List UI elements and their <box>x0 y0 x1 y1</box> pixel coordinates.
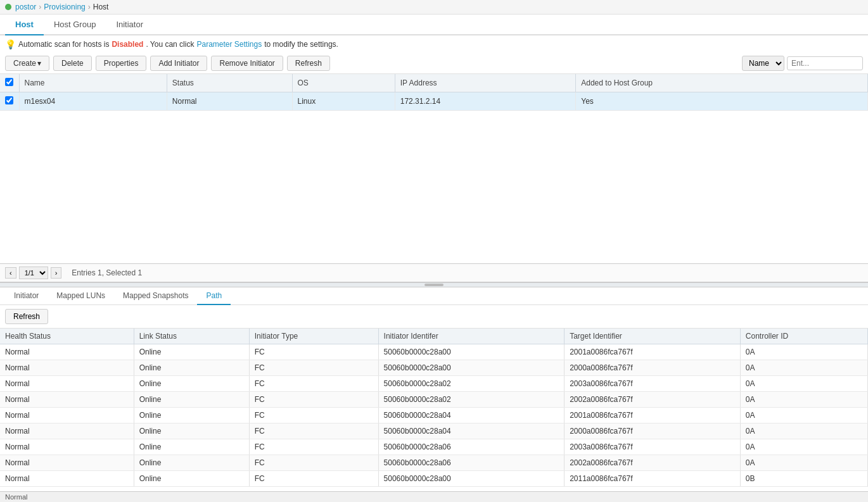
path-health: Normal <box>0 360 134 376</box>
path-health: Normal <box>0 424 134 439</box>
tab-mapped-luns[interactable]: Mapped LUNs <box>48 287 114 305</box>
path-header-health: Health Status <box>0 329 134 344</box>
status-dot <box>5 4 11 10</box>
select-all-checkbox[interactable] <box>5 78 13 86</box>
path-health: Normal <box>0 439 134 455</box>
splitter[interactable] <box>0 282 868 287</box>
header-status: Status <box>167 74 292 92</box>
path-health: Normal <box>0 471 134 487</box>
path-target-id: 2003a0086fca767f <box>565 439 741 455</box>
path-target-id: 2001a0086fca767f <box>565 408 741 424</box>
path-health: Normal <box>0 455 134 471</box>
path-link: Online <box>134 344 249 360</box>
table-row[interactable]: m1esx04 Normal Linux 172.31.2.14 Yes <box>0 92 868 111</box>
parameter-settings-link[interactable]: Parameter Settings <box>196 40 262 49</box>
bottom-tab-bar: Initiator Mapped LUNs Mapped Snapshots P… <box>0 287 868 305</box>
refresh-button[interactable]: Refresh <box>287 56 330 71</box>
tab-path[interactable]: Path <box>197 287 231 305</box>
path-type: FC <box>249 392 378 408</box>
path-initiator-id: 50060b0000c28a00 <box>378 344 565 360</box>
path-table-row: Normal Online FC 50060b0000c28a02 2003a0… <box>0 376 868 392</box>
path-type: FC <box>249 376 378 392</box>
path-type: FC <box>249 408 378 424</box>
path-type: FC <box>249 360 378 376</box>
search-field-select[interactable]: Name <box>742 56 784 71</box>
tab-host[interactable]: Host <box>5 15 44 35</box>
properties-button[interactable]: Properties <box>96 56 147 71</box>
path-controller: 0A <box>740 344 867 360</box>
path-target-id: 2011a0086fca767f <box>565 471 741 487</box>
path-table-area: Health Status Link Status Initiator Type… <box>0 329 868 487</box>
path-header-type: Initiator Type <box>249 329 378 344</box>
breadcrumb-app[interactable]: postor <box>15 3 36 11</box>
path-type: FC <box>249 471 378 487</box>
path-controller: 0A <box>740 360 867 376</box>
path-header-target-id: Target Identifier <box>565 329 741 344</box>
path-health: Normal <box>0 344 134 360</box>
path-link: Online <box>134 455 249 471</box>
path-type: FC <box>249 455 378 471</box>
path-table-row: Normal Online FC 50060b0000c28a00 2001a0… <box>0 344 868 360</box>
tab-initiator-bottom[interactable]: Initiator <box>5 287 48 305</box>
path-initiator-id: 50060b0000c28a04 <box>378 424 565 439</box>
row-status: Normal <box>167 92 292 111</box>
tab-initiator[interactable]: Initiator <box>106 15 153 35</box>
breadcrumb-provisioning[interactable]: Provisioning <box>44 3 85 11</box>
remove-initiator-button[interactable]: Remove Initiator <box>211 56 283 71</box>
path-initiator-id: 50060b0000c28a02 <box>378 376 565 392</box>
tab-mapped-snapshots[interactable]: Mapped Snapshots <box>114 287 197 305</box>
prev-page-button[interactable]: ‹ <box>5 267 16 279</box>
breadcrumb: postor › Provisioning › Host <box>0 0 868 15</box>
path-initiator-id: 50060b0000c28a04 <box>378 408 565 424</box>
path-initiator-id: 50060b0000c28a06 <box>378 439 565 455</box>
breadcrumb-current: Host <box>93 3 109 11</box>
tab-host-group[interactable]: Host Group <box>44 15 106 35</box>
entries-info: Entries 1, Selected 1 <box>72 268 142 277</box>
bottom-refresh-button[interactable]: Refresh <box>5 309 48 324</box>
bottom-toolbar: Refresh <box>0 305 868 329</box>
row-os: Linux <box>292 92 395 111</box>
path-target-id: 2000a0086fca767f <box>565 424 741 439</box>
path-health: Normal <box>0 376 134 392</box>
path-health: Normal <box>0 392 134 408</box>
next-page-button[interactable]: › <box>51 267 62 279</box>
row-checkbox-cell <box>0 92 19 111</box>
path-link: Online <box>134 424 249 439</box>
path-table-row: Normal Online FC 50060b0000c28a02 2002a0… <box>0 392 868 408</box>
delete-button[interactable]: Delete <box>53 56 92 71</box>
row-added: Yes <box>576 92 868 111</box>
bulb-icon: 💡 <box>5 39 16 49</box>
splitter-handle <box>424 284 444 286</box>
path-initiator-id: 50060b0000c28a06 <box>378 455 565 471</box>
path-type: FC <box>249 344 378 360</box>
create-button[interactable]: Create ▾ <box>5 56 49 71</box>
path-link: Online <box>134 408 249 424</box>
notice-text-before: Automatic scan for hosts is <box>18 40 109 49</box>
path-target-id: 2001a0086fca767f <box>565 344 741 360</box>
search-input[interactable] <box>787 56 863 70</box>
path-table-row: Normal Online FC 50060b0000c28a04 2000a0… <box>0 424 868 439</box>
path-controller: 0A <box>740 455 867 471</box>
row-name: m1esx04 <box>19 92 167 111</box>
path-initiator-id: 50060b0000c28a00 <box>378 471 565 487</box>
path-table-row: Normal Online FC 50060b0000c28a00 2011a0… <box>0 471 868 487</box>
notice-status: Disabled <box>112 40 143 49</box>
path-table-row: Normal Online FC 50060b0000c28a06 2003a0… <box>0 439 868 455</box>
path-header-link: Link Status <box>134 329 249 344</box>
path-link: Online <box>134 439 249 455</box>
path-controller: 0A <box>740 376 867 392</box>
header-added: Added to Host Group <box>576 74 868 92</box>
path-link: Online <box>134 471 249 487</box>
path-link: Online <box>134 392 249 408</box>
header-name: Name <box>19 74 167 92</box>
main-toolbar: Create ▾ Delete Properties Add Initiator… <box>0 53 868 74</box>
path-target-id: 2002a0086fca767f <box>565 392 741 408</box>
path-header-row: Health Status Link Status Initiator Type… <box>0 329 868 344</box>
page-select[interactable]: 1/1 <box>19 267 48 279</box>
path-controller: 0A <box>740 392 867 408</box>
path-controller: 0B <box>740 471 867 487</box>
notice-text-after: to modify the settings. <box>264 40 338 49</box>
row-checkbox[interactable] <box>5 96 13 104</box>
path-target-id: 2002a0086fca767f <box>565 455 741 471</box>
add-initiator-button[interactable]: Add Initiator <box>150 56 207 71</box>
